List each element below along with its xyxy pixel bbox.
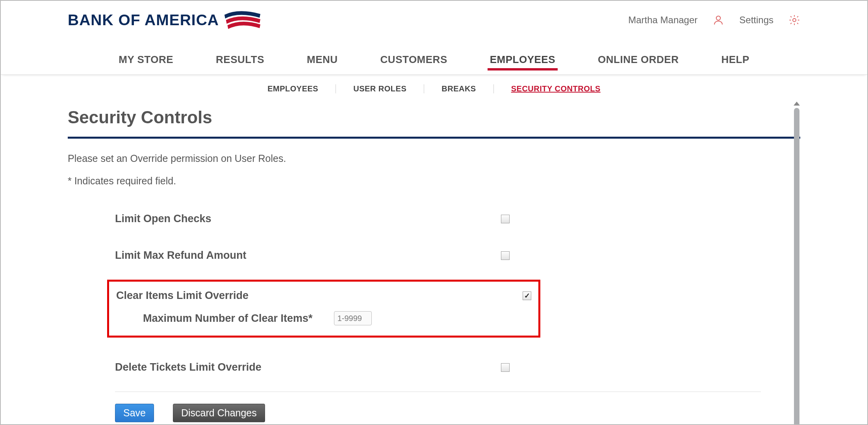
input-max-clear-items[interactable] — [334, 311, 372, 325]
highlight-clear-items: Clear Items Limit Override Maximum Numbe… — [107, 280, 540, 338]
label-delete-tickets-override: Delete Tickets Limit Override — [115, 361, 501, 373]
scroll-track[interactable] — [794, 108, 799, 425]
gear-icon[interactable] — [788, 14, 800, 26]
discard-button[interactable]: Discard Changes — [173, 404, 265, 422]
flagscape-icon — [224, 6, 261, 29]
label-limit-max-refund: Limit Max Refund Amount — [115, 249, 501, 262]
checkbox-limit-open-checks[interactable] — [501, 215, 510, 223]
save-button[interactable]: Save — [115, 404, 154, 422]
nav-customers[interactable]: CUSTOMERS — [380, 54, 447, 70]
nav-online-order[interactable]: ONLINE ORDER — [598, 54, 679, 70]
nav-menu[interactable]: MENU — [307, 54, 338, 70]
row-max-clear-items: Maximum Number of Clear Items* — [116, 302, 531, 325]
svg-point-1 — [793, 19, 796, 22]
checkbox-limit-max-refund[interactable] — [501, 251, 510, 260]
user-icon[interactable] — [712, 14, 724, 26]
scrollbar[interactable] — [793, 102, 800, 425]
subnav-employees[interactable]: EMPLOYEES — [250, 84, 336, 93]
title-rule — [68, 137, 800, 139]
button-row: Save Discard Changes — [68, 404, 777, 422]
section-divider — [115, 392, 761, 392]
brand-logo: BANK OF AMERICA — [68, 9, 261, 32]
row-clear-items-override: Clear Items Limit Override — [116, 290, 531, 302]
checkbox-clear-items-override[interactable] — [523, 291, 531, 300]
nav-employees[interactable]: EMPLOYEES — [490, 54, 555, 70]
label-limit-open-checks: Limit Open Checks — [115, 213, 501, 225]
row-limit-open-checks: Limit Open Checks — [68, 206, 777, 243]
required-note: * Indicates required field. — [68, 175, 777, 187]
svg-point-0 — [716, 16, 721, 20]
label-max-clear-items: Maximum Number of Clear Items* — [143, 312, 313, 325]
checkbox-delete-tickets-override[interactable] — [501, 363, 510, 372]
nav-help[interactable]: HELP — [721, 54, 749, 70]
user-name-link[interactable]: Martha Manager — [628, 15, 697, 26]
nav-my-store[interactable]: MY STORE — [119, 54, 173, 70]
content: Security Controls Please set an Override… — [1, 93, 867, 422]
main-nav: MY STORE RESULTS MENU CUSTOMERS EMPLOYEE… — [1, 54, 867, 75]
header: BANK OF AMERICA Martha Manager Settings — [1, 1, 867, 32]
subnav-breaks[interactable]: BREAKS — [424, 84, 493, 93]
form-area: Please set an Override permission on Use… — [68, 153, 800, 422]
user-block: Martha Manager Settings — [628, 14, 800, 26]
sub-nav: EMPLOYEES USER ROLES BREAKS SECURITY CON… — [1, 84, 867, 93]
settings-link[interactable]: Settings — [739, 15, 773, 26]
scroll-up-icon[interactable] — [794, 102, 800, 106]
row-delete-tickets-override: Delete Tickets Limit Override — [68, 355, 777, 392]
subnav-security-controls[interactable]: SECURITY CONTROLS — [494, 84, 618, 93]
row-limit-max-refund: Limit Max Refund Amount — [68, 243, 777, 280]
label-clear-items-override: Clear Items Limit Override — [116, 290, 523, 302]
subnav-user-roles[interactable]: USER ROLES — [336, 84, 424, 93]
intro-text: Please set an Override permission on Use… — [68, 153, 777, 164]
brand-name: BANK OF AMERICA — [68, 11, 219, 29]
nav-results[interactable]: RESULTS — [216, 54, 264, 70]
page-title: Security Controls — [68, 108, 800, 127]
